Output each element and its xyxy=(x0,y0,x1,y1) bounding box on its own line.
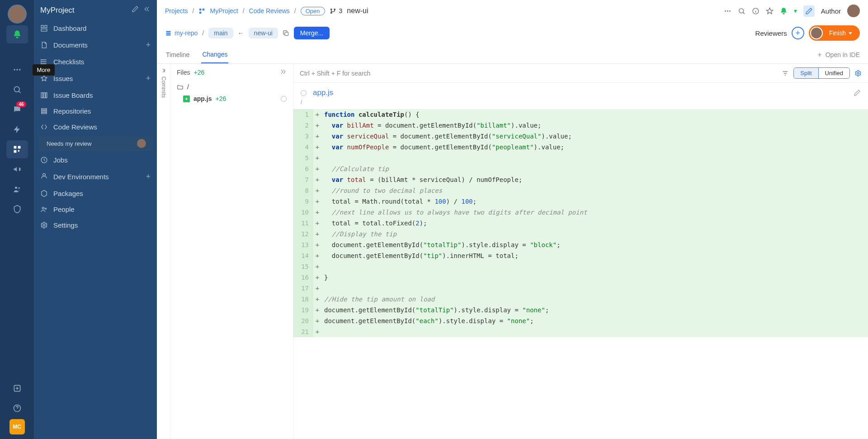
code-line[interactable]: 18+//Hide the tip amount on load xyxy=(293,294,868,305)
tree-file-appjs[interactable]: + app.js +26 xyxy=(170,93,293,105)
view-split[interactable]: Split xyxy=(794,68,818,78)
svg-point-16 xyxy=(41,62,41,62)
author-avatar[interactable] xyxy=(847,5,860,17)
add-icon[interactable]: + xyxy=(146,74,151,83)
svg-point-8 xyxy=(15,186,17,189)
search-hint[interactable]: Ctrl + Shift + F for search xyxy=(300,70,777,77)
announce-button[interactable] xyxy=(6,160,28,178)
repo-link[interactable]: my-repo xyxy=(165,29,198,37)
notifications-button[interactable] xyxy=(6,25,28,43)
code-line[interactable]: 2+ var billAmt = document.getElementById… xyxy=(293,120,868,131)
sidebar-item-people[interactable]: People xyxy=(34,201,157,217)
code-line[interactable]: 6+ //Calculate tip xyxy=(293,163,868,174)
arrow-icon: ← xyxy=(238,29,244,37)
review-title: new-ui xyxy=(347,7,368,15)
svg-point-35 xyxy=(727,10,728,12)
code-diff[interactable]: 1+function calculateTip() {2+ var billAm… xyxy=(293,109,868,439)
sidebar-item-repositories[interactable]: Repositories xyxy=(34,103,157,119)
source-branch[interactable]: new-ui xyxy=(249,28,278,38)
subscribe-dropdown-icon[interactable]: ▾ xyxy=(794,7,797,14)
file-title[interactable]: app.js xyxy=(313,88,333,97)
add-reviewer-button[interactable]: + xyxy=(792,27,804,39)
sidebar-item-code-reviews[interactable]: Code Reviews xyxy=(34,119,157,135)
code-line[interactable]: 7+ var total = (billAmt * serviceQual) /… xyxy=(293,174,868,185)
code-line[interactable]: 15+ xyxy=(293,261,868,272)
svg-rect-40 xyxy=(166,33,171,34)
merge-button[interactable]: Merge... xyxy=(294,27,330,39)
code-line[interactable]: 14+ document.getElementById("tip").inner… xyxy=(293,250,868,261)
code-line[interactable]: 4+ var numOfPeople = document.getElement… xyxy=(293,142,868,153)
add-icon[interactable]: + xyxy=(146,40,151,50)
code-line[interactable]: 20+document.getElementById("each").style… xyxy=(293,315,868,326)
code-line[interactable]: 13+ document.getElementById("totalTip").… xyxy=(293,239,868,250)
team-button[interactable] xyxy=(6,180,28,198)
sidebar-item-documents[interactable]: Documents+ xyxy=(34,36,157,54)
help-button[interactable] xyxy=(6,399,28,417)
tree-root[interactable]: / xyxy=(170,81,293,93)
code-line[interactable]: 10+ //next line allows us to always have… xyxy=(293,207,868,218)
svg-rect-7 xyxy=(17,150,19,152)
sidebar-item-packages[interactable]: Packages xyxy=(34,186,157,201)
admin-button[interactable] xyxy=(6,200,28,218)
info-icon[interactable] xyxy=(752,7,760,15)
search-icon[interactable] xyxy=(738,7,745,15)
gear-icon[interactable] xyxy=(854,70,862,77)
code-line[interactable]: 21+ xyxy=(293,326,868,337)
code-line[interactable]: 9+ total = Math.round(total * 100) / 100… xyxy=(293,196,868,207)
chat-badge: 46 xyxy=(16,101,26,107)
open-in-ide-button[interactable]: Open in IDE xyxy=(816,51,860,58)
code-line[interactable]: 19+document.getElementById("totalTip").s… xyxy=(293,305,868,315)
tabs: Timeline Changes Open in IDE xyxy=(157,46,868,64)
reviewers-label: Reviewers xyxy=(755,29,787,37)
collapse-sidebar-icon[interactable] xyxy=(139,5,151,15)
code-line[interactable]: 11+ total = total.toFixed(2); xyxy=(293,218,868,229)
sidebar-item-dashboard[interactable]: Dashboard xyxy=(34,20,157,36)
workspace-avatar[interactable] xyxy=(8,5,27,24)
code-line[interactable]: 8+ //round to two decimal places xyxy=(293,185,868,196)
crumb-section[interactable]: Code Reviews xyxy=(249,7,290,14)
svg-rect-5 xyxy=(18,146,20,149)
add-icon[interactable]: + xyxy=(146,172,151,181)
tab-changes[interactable]: Changes xyxy=(201,46,228,63)
edit-review-icon[interactable] xyxy=(803,5,815,17)
project-title: MyProject xyxy=(40,6,127,15)
sidebar-sub-needs-review[interactable]: Needs my review xyxy=(38,136,152,151)
file-viewed-toggle-header[interactable] xyxy=(301,90,307,96)
more-button[interactable]: More xyxy=(6,61,28,79)
sidebar-item-settings[interactable]: Settings xyxy=(34,217,157,233)
chat-button[interactable]: 46 xyxy=(6,100,28,119)
code-line[interactable]: 1+function calculateTip() { xyxy=(293,109,868,120)
search-button[interactable] xyxy=(6,81,28,99)
automation-button[interactable] xyxy=(6,120,28,138)
view-unified[interactable]: Unified xyxy=(818,68,849,78)
add-button[interactable] xyxy=(6,379,28,397)
tab-timeline[interactable]: Timeline xyxy=(165,47,190,63)
sidebar-item-jobs[interactable]: Jobs xyxy=(34,152,157,168)
copy-icon[interactable] xyxy=(283,30,289,37)
edit-file-icon[interactable] xyxy=(854,89,861,96)
svg-rect-22 xyxy=(42,110,47,112)
reviewer-avatar xyxy=(810,27,823,39)
filter-icon[interactable] xyxy=(782,70,789,77)
crumb-projects[interactable]: Projects xyxy=(165,7,188,14)
projects-button[interactable] xyxy=(6,140,28,158)
crumb-project[interactable]: MyProject xyxy=(210,7,238,14)
commits-rail[interactable]: Commits xyxy=(157,64,170,439)
star-icon[interactable] xyxy=(766,7,774,15)
more-icon[interactable] xyxy=(724,7,731,15)
finish-button[interactable]: Finish xyxy=(809,25,860,41)
collapse-tree-icon[interactable] xyxy=(280,68,287,76)
code-line[interactable]: 5+ xyxy=(293,153,868,163)
user-badge[interactable]: MC xyxy=(9,419,25,434)
code-line[interactable]: 17+ xyxy=(293,283,868,294)
edit-icon[interactable] xyxy=(127,5,139,15)
file-viewed-toggle[interactable] xyxy=(281,96,287,102)
sidebar-item-issue-boards[interactable]: Issue Boards xyxy=(34,87,157,103)
target-branch[interactable]: main xyxy=(208,28,233,38)
file-tree: Files +26 / + app.js +26 xyxy=(170,64,293,439)
code-line[interactable]: 12+ //Display the tip xyxy=(293,229,868,239)
subscribe-icon[interactable] xyxy=(780,7,788,15)
code-line[interactable]: 16+} xyxy=(293,272,868,283)
sidebar-item-dev-environments[interactable]: Dev Environments+ xyxy=(34,168,157,186)
code-line[interactable]: 3+ var serviceQual = document.getElement… xyxy=(293,131,868,142)
